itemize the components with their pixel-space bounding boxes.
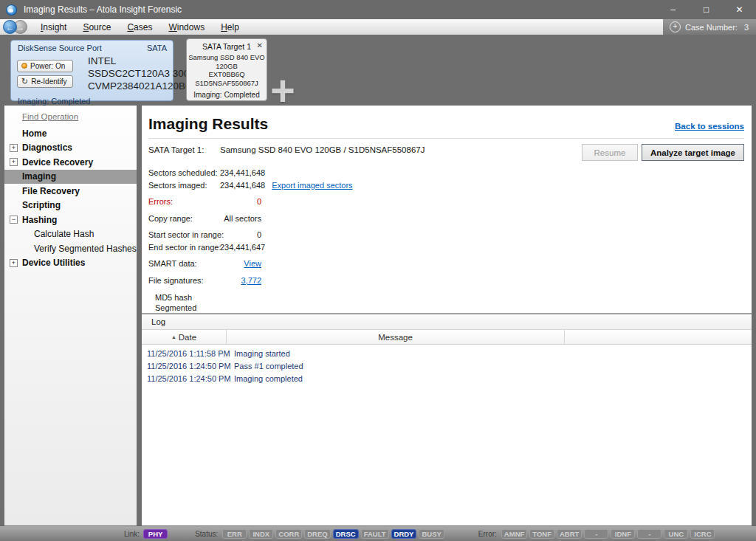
status-flag: DRSC [333, 529, 359, 539]
status-flag: DREQ [304, 529, 330, 539]
close-button[interactable]: ✕ [723, 0, 756, 19]
sidebar-item[interactable]: Verify Segmented Hashes [4, 241, 137, 256]
field-action-link[interactable]: Export imaged sectors [272, 181, 352, 190]
sidebar-item-label: File Recovery [22, 186, 80, 196]
field-label: Start sector in range: [148, 230, 220, 239]
window-controls: – □ ✕ [656, 0, 756, 19]
case-number-label: Case Number: [685, 23, 738, 32]
log-column-message[interactable]: Message [227, 330, 565, 344]
log-row[interactable]: 11/25/2016 1:11:58 PM Imaging started [142, 347, 752, 359]
log-column-date[interactable]: ▲ Date [142, 330, 227, 344]
back-nav-icon[interactable]: ← [3, 20, 17, 34]
log-date: 11/25/2016 1:24:50 PM [142, 362, 227, 371]
status-flag: DRDY [391, 529, 417, 539]
target-status: Imaging: Completed [187, 91, 267, 99]
page-header: Imaging Results Back to sessions [148, 106, 744, 139]
maximize-button[interactable]: □ [690, 0, 723, 19]
sidebar-item[interactable]: Calculate Hash [4, 227, 137, 242]
resume-button[interactable]: Resume [582, 144, 638, 161]
power-button[interactable]: Power: On [17, 60, 73, 72]
expander-icon[interactable]: + [10, 259, 18, 267]
action-buttons: Resume Analyze target image [582, 144, 744, 161]
field-row: End sector in range: 234,441,647 [148, 241, 752, 254]
target-device-info-line: EXT0BB6Q [187, 70, 267, 79]
status-flag: CORR [275, 529, 302, 539]
error-flag: ABRT [557, 529, 582, 539]
field-value[interactable]: 3,772 [220, 276, 261, 285]
menu-item[interactable]: Help [213, 22, 247, 32]
expander-icon[interactable]: + [10, 158, 18, 166]
error-flag: TONF [529, 529, 554, 539]
status-flags: ERR INDX CORR DREQ DRSC FAULT DRDY BUSY [222, 529, 444, 539]
sidebar-item-label: Calculate Hash [34, 229, 94, 239]
sidebar-item-label: Device Utilities [22, 258, 85, 268]
log-message: Imaging completed [227, 374, 303, 383]
field-row: Copy range: All sectors [148, 213, 752, 225]
minimize-button[interactable]: – [656, 0, 690, 19]
expander-icon[interactable]: + [10, 144, 18, 152]
error-flags: AMNF TONF ABRT - IDNF - UNC ICRC [501, 529, 715, 539]
status-bar: Link: PHY Status: ERR INDX CORR DREQ DRS… [0, 526, 756, 541]
app-window: Imaging Results – Atola Insight Forensic… [0, 0, 756, 541]
log-section: Log ▲ Date Message 11/25/2016 1:11:58 PM [142, 313, 752, 526]
field-value: 0 [220, 230, 261, 239]
device-bar: DiskSense Source Port SATA Power: On ↻ R… [0, 35, 756, 106]
field-label: Errors: [148, 197, 220, 206]
status-flag: FAULT [361, 529, 389, 539]
sidebar-item-label: Device Recovery [22, 157, 93, 168]
menu-item[interactable]: Cases [119, 22, 160, 32]
field-value[interactable]: View [220, 259, 261, 268]
sidebar-item-label: Diagnostics [22, 142, 72, 153]
reidentify-button-label: Re-Identify [31, 77, 66, 86]
sidebar-item[interactable]: Scripting [4, 199, 137, 213]
link-label: Link: [124, 530, 140, 538]
close-target-icon[interactable]: ✕ [257, 41, 263, 49]
title-bar: Imaging Results – Atola Insight Forensic… [0, 0, 756, 19]
menu-item[interactable]: Insight [32, 22, 75, 32]
sidebar-item-label: Home [22, 128, 47, 139]
source-port-panel[interactable]: DiskSense Source Port SATA Power: On ↻ R… [10, 40, 173, 101]
sidebar-item[interactable]: Imaging [4, 170, 137, 185]
status-flag: BUSY [419, 529, 444, 539]
sidebar-item[interactable]: + Diagnostics [4, 141, 137, 156]
status-flag: INDX [249, 529, 273, 539]
menu-bar: ← → Insight Source Cases Windows Help + … [0, 19, 756, 35]
source-device-info: INTEL SSDSC2CT120A3 300i CVMP2384021A120… [88, 55, 200, 92]
power-button-label: Power: On [30, 62, 65, 70]
atola-logo-icon [6, 4, 17, 15]
sidebar-item-label: Imaging [22, 171, 56, 182]
sidebar-item[interactable]: File Recovery [4, 184, 137, 199]
log-row[interactable]: 11/25/2016 1:24:50 PM Pass #1 completed [142, 359, 752, 372]
field-value: 0 [220, 197, 261, 206]
target-device-card[interactable]: SATA Target 1 ✕ Samsung SSD 840 EVO 120G… [186, 38, 267, 101]
field-row: Sectors scheduled: 234,441,648 [148, 167, 752, 179]
log-title-bar: Log [142, 314, 752, 330]
sidebar-item[interactable]: − Hashing [4, 213, 137, 227]
field-value: 234,441,647 [220, 243, 265, 252]
find-operation-link[interactable]: Find Operation [22, 112, 78, 121]
field-value: 234,441,648 [220, 181, 265, 190]
log-row[interactable]: 11/25/2016 1:24:50 PM Imaging completed [142, 372, 752, 385]
sidebar-item[interactable]: + Device Recovery [4, 155, 137, 170]
window-title: Imaging Results – Atola Insight Forensic [24, 4, 182, 15]
menu-item[interactable]: Source [75, 22, 119, 32]
menu-item[interactable]: Windows [160, 22, 213, 32]
page-title: Imaging Results [148, 115, 268, 133]
analyze-target-image-button[interactable]: Analyze target image [642, 144, 744, 161]
expander-icon[interactable]: − [10, 216, 18, 224]
status-label: Status: [195, 530, 218, 538]
error-flag: AMNF [501, 529, 527, 539]
field-label: File signatures: [148, 276, 220, 285]
error-flag: ICRC [690, 529, 715, 539]
log-message: Pass #1 completed [227, 362, 303, 371]
add-case-icon: + [670, 21, 681, 32]
back-to-sessions-link[interactable]: Back to sessions [675, 122, 744, 131]
reidentify-button[interactable]: ↻ Re-Identify [17, 75, 73, 88]
sidebar-item[interactable]: Home [4, 126, 137, 141]
refresh-icon: ↻ [21, 77, 28, 86]
sidebar-item[interactable]: + Device Utilities [4, 256, 137, 271]
content-panel: Imaging Results Back to sessions SATA Ta… [142, 106, 752, 526]
source-device-model: INTEL SSDSC2CT120A3 300i [88, 55, 200, 80]
field-value: 234,441,648 [220, 168, 265, 177]
case-number-button[interactable]: + Case Number: 3 [663, 19, 756, 35]
